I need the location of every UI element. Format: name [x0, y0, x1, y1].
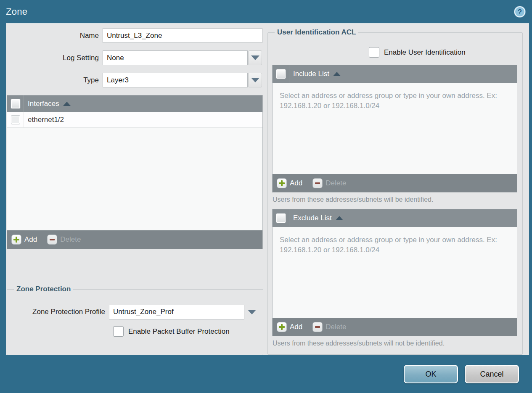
include-list-footer: Add Delete: [273, 174, 517, 192]
enable-user-identification-label: Enable User Identification: [384, 48, 466, 57]
exclude-list-placeholder: Select an address or address group or ty…: [273, 227, 508, 255]
minus-icon: [312, 178, 323, 188]
table-row[interactable]: ethernet1/2: [7, 112, 262, 128]
include-list-table: Include List Select an address or addres…: [272, 65, 517, 193]
interfaces-column-header[interactable]: Interfaces: [28, 100, 71, 108]
include-delete-label: Delete: [326, 179, 346, 187]
zone-protection-profile-input[interactable]: [109, 305, 244, 319]
name-label: Name: [7, 32, 103, 40]
sort-ascending-icon: [336, 216, 343, 220]
zone-protection-profile-label: Zone Protection Profile: [11, 308, 109, 316]
type-dropdown-button[interactable]: [248, 73, 262, 87]
exclude-select-all-checkbox[interactable]: [276, 213, 286, 223]
add-interface-button[interactable]: Add: [11, 235, 37, 245]
zone-protection-section: Zone Protection Zone Protection Profile …: [7, 285, 263, 355]
include-add-label: Add: [290, 179, 302, 187]
exclude-list-footer: Add Delete: [273, 318, 517, 336]
interfaces-table-body: ethernet1/2: [7, 112, 262, 230]
row-checkbox[interactable]: [11, 115, 20, 124]
packet-buffer-label: Enable Packet Buffer Protection: [128, 327, 230, 336]
interface-name: ethernet1/2: [28, 116, 64, 124]
zone-protection-profile-combo: [109, 305, 259, 319]
chevron-down-icon: [251, 78, 259, 82]
minus-icon: [312, 322, 323, 332]
name-input[interactable]: [103, 28, 262, 43]
include-add-button[interactable]: Add: [277, 178, 302, 188]
plus-icon: [11, 235, 21, 245]
zone-dialog: Zone ? Name Log Setting: [0, 0, 532, 393]
zone-protection-legend: Zone Protection: [14, 285, 73, 293]
left-column: Name Log Setting Type: [6, 24, 264, 355]
user-identification-acl-section: User Identification ACL Enable User Iden…: [267, 28, 523, 355]
delete-interface-button[interactable]: Delete: [47, 235, 81, 245]
select-all-cell: [7, 95, 24, 112]
dialog-titlebar: Zone ?: [0, 0, 532, 23]
sort-ascending-icon: [333, 72, 341, 76]
type-row: Type: [7, 73, 264, 87]
include-list-caption: Users from these addresses/subnets will …: [273, 196, 518, 205]
include-delete-button[interactable]: Delete: [312, 178, 346, 188]
include-list-header-label: Include List: [293, 70, 329, 78]
include-select-all-cell: [273, 65, 289, 83]
include-list-column-header[interactable]: Include List: [293, 70, 341, 78]
row-checkbox-cell: [7, 112, 24, 127]
interfaces-table: Interfaces ethernet1/2 Add: [7, 95, 263, 249]
plus-icon: [277, 322, 287, 332]
interfaces-table-header: Interfaces: [7, 95, 262, 112]
cancel-button[interactable]: Cancel: [465, 365, 519, 383]
svg-text:?: ?: [518, 8, 522, 16]
sort-ascending-icon: [63, 102, 71, 106]
log-setting-label: Log Setting: [7, 54, 103, 62]
include-list-placeholder: Select an address or address group or ty…: [273, 83, 508, 111]
minus-icon: [47, 235, 57, 245]
include-list-body[interactable]: Select an address or address group or ty…: [273, 83, 517, 174]
exclude-delete-button[interactable]: Delete: [312, 322, 346, 332]
interfaces-header-label: Interfaces: [28, 100, 59, 108]
exclude-add-button[interactable]: Add: [277, 322, 302, 332]
exclude-select-all-cell: [273, 209, 289, 227]
log-setting-row: Log Setting: [7, 50, 264, 65]
include-list-header: Include List: [273, 65, 517, 83]
exclude-list-caption: Users from these addresses/subnets will …: [273, 340, 518, 349]
exclude-list-body[interactable]: Select an address or address group or ty…: [273, 227, 517, 318]
zone-protection-profile-dropdown-button[interactable]: [245, 305, 259, 319]
type-combo: [103, 73, 262, 87]
exclude-list-header: Exclude List: [273, 209, 517, 227]
interfaces-table-footer: Add Delete: [7, 230, 262, 249]
log-setting-input[interactable]: [103, 50, 248, 65]
log-setting-dropdown-button[interactable]: [248, 50, 262, 65]
chevron-down-icon: [251, 55, 259, 60]
select-all-checkbox[interactable]: [11, 99, 21, 109]
exclude-list-column-header[interactable]: Exclude List: [293, 214, 343, 222]
include-select-all-checkbox[interactable]: [276, 69, 286, 79]
dialog-title: Zone: [6, 6, 27, 17]
help-icon[interactable]: ?: [513, 5, 526, 18]
dialog-content: Name Log Setting Type: [6, 23, 529, 355]
packet-buffer-checkbox[interactable]: [113, 326, 124, 337]
exclude-list-header-label: Exclude List: [293, 214, 332, 222]
zone-protection-profile-row: Zone Protection Profile: [11, 304, 259, 319]
type-input[interactable]: [103, 73, 248, 87]
user-identification-acl-legend: User Identification ACL: [275, 28, 358, 37]
dialog-footer: OK Cancel: [0, 355, 532, 393]
chevron-down-icon: [248, 310, 256, 314]
exclude-add-label: Add: [290, 323, 302, 331]
exclude-delete-label: Delete: [326, 323, 346, 331]
add-button-label: Add: [24, 235, 37, 244]
type-label: Type: [7, 76, 103, 84]
packet-buffer-row: Enable Packet Buffer Protection: [113, 326, 259, 337]
enable-user-identification-row: Enable User Identification: [369, 47, 518, 58]
plus-icon: [277, 178, 287, 188]
exclude-list-table: Exclude List Select an address or addres…: [272, 209, 517, 336]
enable-user-identification-checkbox[interactable]: [369, 47, 379, 58]
right-column: User Identification ACL Enable User Iden…: [264, 24, 529, 355]
delete-button-label: Delete: [60, 235, 81, 244]
name-row: Name: [7, 28, 264, 43]
ok-button[interactable]: OK: [404, 365, 458, 383]
log-setting-combo: [103, 50, 262, 65]
